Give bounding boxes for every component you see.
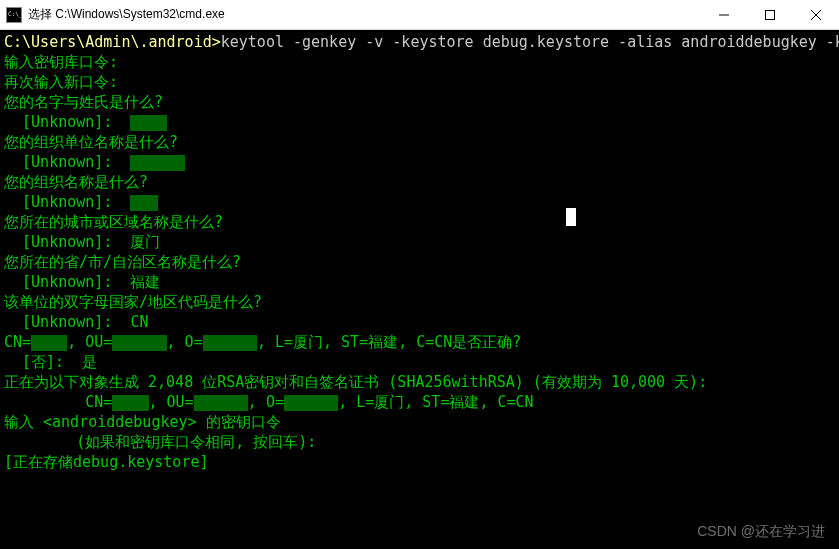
window-title: 选择 C:\Windows\System32\cmd.exe <box>28 6 701 23</box>
redacted-value: XXXX <box>112 395 148 411</box>
output-line: [Unknown]: XXX <box>4 192 835 212</box>
output-line: 您所在的城市或区域名称是什么? <box>4 212 835 232</box>
output-line: 再次输入新口令: <box>4 72 835 92</box>
close-button[interactable] <box>793 0 839 29</box>
output-line: [Unknown]: CN <box>4 312 835 332</box>
titlebar: 选择 C:\Windows\System32\cmd.exe <box>0 0 839 30</box>
watermark-text: CSDN @还在学习进 <box>697 523 825 541</box>
redacted-value: XXXXXX <box>284 395 338 411</box>
output-line: [正在存储debug.keystore] <box>4 452 835 472</box>
redacted-value: XXXX <box>130 115 166 131</box>
output-line: 正在为以下对象生成 2,048 位RSA密钥对和自签名证书 (SHA256wit… <box>4 372 835 392</box>
output-line: [Unknown]: XXXX <box>4 112 835 132</box>
redacted-value: XXXXXX <box>194 395 248 411</box>
redacted-value: XXX <box>130 195 157 211</box>
redacted-value: XXXXXX <box>130 155 184 171</box>
output-line: 您的组织单位名称是什么? <box>4 132 835 152</box>
output-line: 您的名字与姓氏是什么? <box>4 92 835 112</box>
terminal-area[interactable]: C:\Users\Admin\.android>keytool -genkey … <box>0 30 839 549</box>
output-line: 输入密钥库口令: <box>4 52 835 72</box>
output-line: [Unknown]: XXXXXX <box>4 152 835 172</box>
window-controls <box>701 0 839 29</box>
redacted-value: XXXXXX <box>203 335 257 351</box>
redacted-value: XXXX <box>31 335 67 351</box>
redacted-value: XXXXXX <box>112 335 166 351</box>
command-text: keytool -genkey -v -keystore debug.keyst… <box>221 33 839 51</box>
output-line: [否]: 是 <box>4 352 835 372</box>
output-line: [Unknown]: 福建 <box>4 272 835 292</box>
output-line: 您所在的省/市/自治区名称是什么? <box>4 252 835 272</box>
output-line: 您的组织名称是什么? <box>4 172 835 192</box>
text-cursor <box>566 208 576 226</box>
cmd-icon <box>6 7 22 23</box>
command-line: C:\Users\Admin\.android>keytool -genkey … <box>4 32 835 52</box>
output-line: 该单位的双字母国家/地区代码是什么? <box>4 292 835 312</box>
maximize-button[interactable] <box>747 0 793 29</box>
output-line: CN=XXXX, OU=XXXXXX, O=XXXXXX, L=厦门, ST=福… <box>4 332 835 352</box>
svg-rect-1 <box>766 10 775 19</box>
output-line: 输入 <androiddebugkey> 的密钥口令 <box>4 412 835 432</box>
prompt-text: C:\Users\Admin\.android> <box>4 33 221 51</box>
output-line: [Unknown]: 厦门 <box>4 232 835 252</box>
minimize-button[interactable] <box>701 0 747 29</box>
output-line: (如果和密钥库口令相同, 按回车): <box>4 432 835 452</box>
output-line: CN=XXXX, OU=XXXXXX, O=XXXXXX, L=厦门, ST=福… <box>4 392 835 412</box>
